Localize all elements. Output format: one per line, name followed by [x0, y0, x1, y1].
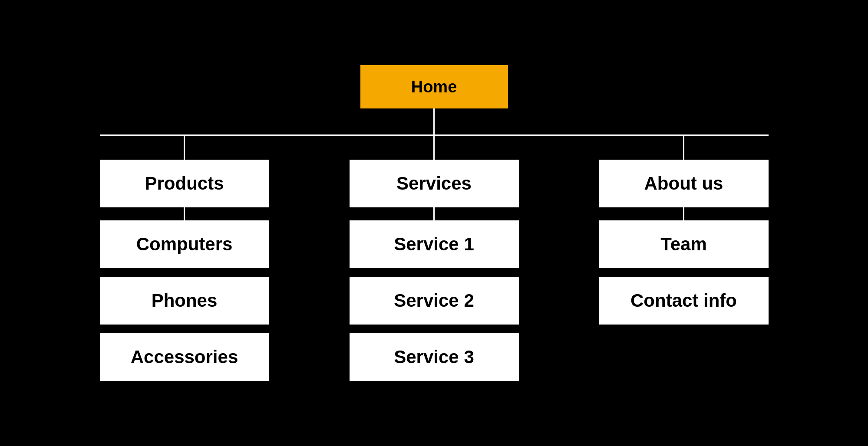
column-products: Products Computers Phones Accessories — [100, 136, 269, 381]
column-services: Services Service 1 Service 2 Service 3 — [350, 136, 519, 381]
node-about-label: About us — [644, 173, 723, 194]
node-contact-label: Contact info — [630, 290, 737, 311]
node-contact[interactable]: Contact info — [599, 277, 769, 325]
node-team-label: Team — [660, 234, 707, 255]
node-service1-label: Service 1 — [394, 234, 474, 255]
node-about[interactable]: About us — [599, 160, 769, 207]
node-phones-label: Phones — [152, 290, 218, 311]
drop-services-children — [433, 207, 435, 220]
drop-services — [433, 136, 435, 160]
node-service1[interactable]: Service 1 — [350, 220, 519, 268]
node-service2-label: Service 2 — [394, 290, 474, 311]
drop-about-children — [683, 207, 684, 220]
node-service2[interactable]: Service 2 — [350, 277, 519, 325]
h-bar-top — [100, 134, 769, 136]
node-products-label: Products — [145, 173, 224, 194]
about-children: Team Contact info — [599, 220, 769, 325]
node-phones[interactable]: Phones — [100, 277, 269, 325]
node-home[interactable]: Home — [360, 65, 508, 108]
node-service3-label: Service 3 — [394, 347, 474, 367]
node-computers-label: Computers — [136, 234, 233, 255]
node-computers[interactable]: Computers — [100, 220, 269, 268]
node-services[interactable]: Services — [350, 160, 519, 207]
column-about: About us Team Contact info — [599, 136, 769, 381]
node-accessories-label: Accessories — [131, 347, 238, 367]
products-children: Computers Phones Accessories — [100, 220, 269, 381]
drop-about — [683, 136, 684, 160]
node-products[interactable]: Products — [100, 160, 269, 207]
columns-row: Products Computers Phones Accessories — [100, 136, 769, 381]
node-services-label: Services — [396, 173, 472, 194]
node-home-label: Home — [411, 78, 457, 96]
drop-products — [184, 136, 185, 160]
node-accessories[interactable]: Accessories — [100, 333, 269, 381]
node-team[interactable]: Team — [599, 220, 769, 268]
org-chart: Home Products Computers Phones — [43, 65, 825, 381]
services-children: Service 1 Service 2 Service 3 — [350, 220, 519, 381]
connector-home-down — [433, 108, 435, 134]
drop-products-children — [184, 207, 185, 220]
node-service3[interactable]: Service 3 — [350, 333, 519, 381]
